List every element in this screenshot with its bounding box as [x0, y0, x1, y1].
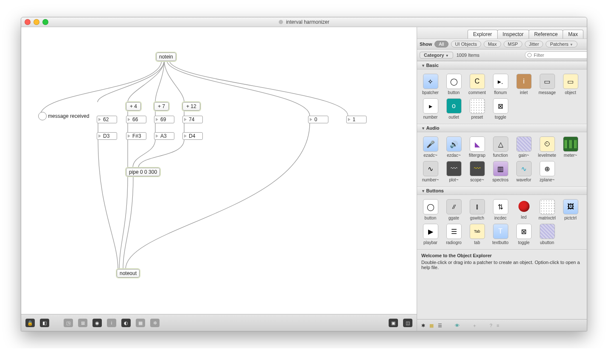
palette-pictctrl[interactable]: 🖼pictctrl: [559, 199, 582, 220]
object-plus7[interactable]: + 7: [154, 102, 169, 111]
grid-snap-icon[interactable]: ⊠: [78, 319, 87, 327]
lock-icon[interactable]: 🔒: [25, 319, 35, 327]
palette-scope[interactable]: 〰scope~: [465, 161, 489, 182]
bang-button[interactable]: [38, 112, 47, 120]
dsp-icon[interactable]: ◐: [121, 319, 131, 327]
tab-icon: Tab: [470, 224, 485, 239]
plus-icon[interactable]: ＋: [472, 322, 477, 329]
palette-label: tab: [466, 240, 488, 245]
newview-icon[interactable]: ◧: [40, 319, 49, 327]
list-view-icon[interactable]: ☰: [438, 323, 442, 328]
show-max[interactable]: Max: [484, 41, 501, 47]
eye-icon[interactable]: 👁: [455, 323, 460, 328]
grid-view-icon[interactable]: ▦: [429, 323, 434, 328]
palette-flonum[interactable]: ▸.flonum: [489, 74, 512, 95]
palette-ezdac[interactable]: 🔊ezdac~: [442, 136, 465, 158]
help-icon[interactable]: ?: [490, 323, 492, 328]
object-noteout[interactable]: noteout: [117, 269, 140, 278]
palette-label: levelmete: [536, 153, 558, 158]
palette-numbertilde[interactable]: ∿number~: [419, 161, 442, 182]
notedisplay-plus4[interactable]: F#3: [126, 132, 146, 140]
palette-message[interactable]: ▭message: [535, 74, 559, 95]
tab-reference[interactable]: Reference: [529, 30, 563, 39]
palette-spectroscope[interactable]: ▥spectros: [489, 161, 512, 182]
palette-outlet[interactable]: ooutlet: [442, 98, 465, 119]
palette-toggle[interactable]: ⊠toggle: [489, 98, 512, 119]
numbox-value: 1: [353, 117, 356, 122]
object-pipe[interactable]: pipe 0 0 300: [126, 168, 160, 176]
palette-levelmeter[interactable]: ⏲levelmete: [535, 136, 559, 158]
numbox-plus12[interactable]: 74: [182, 116, 203, 123]
gear-icon[interactable]: ✱: [421, 323, 425, 328]
palette-function[interactable]: △function: [489, 136, 512, 158]
close-icon[interactable]: [25, 19, 31, 25]
numbox-plus7[interactable]: 69: [154, 116, 174, 123]
menu-icon[interactable]: ≡: [496, 323, 499, 328]
object-notein[interactable]: notein: [156, 53, 176, 61]
numbox-channel[interactable]: 1: [346, 116, 367, 123]
palette-toggle2[interactable]: ⊠toggle: [512, 224, 535, 245]
patcher-canvas[interactable]: notein + 4 + 7 + 12 message received 62 …: [21, 27, 417, 314]
palette-gain[interactable]: gain~: [512, 136, 535, 158]
window-titlebar[interactable]: interval harmonizer: [21, 17, 587, 27]
numbox-root[interactable]: 62: [97, 116, 117, 123]
palette-comment[interactable]: Ccomment: [465, 74, 489, 95]
palette-filtergraph[interactable]: ◣filtergrap: [465, 136, 489, 158]
section-buttons-header[interactable]: Buttons: [417, 186, 587, 195]
show-all[interactable]: All: [434, 41, 448, 47]
palette-gswitch[interactable]: ⫿gswitch: [465, 199, 489, 220]
calendar-icon[interactable]: ▦: [136, 319, 145, 327]
palette-tab[interactable]: Tabtab: [465, 224, 489, 245]
palette-bpatcher[interactable]: ⟡bpatcher: [419, 74, 442, 95]
tab-explorer[interactable]: Explorer: [468, 30, 498, 39]
palette-ubutton[interactable]: ubutton: [535, 224, 559, 245]
numbox-velocity[interactable]: 0: [308, 116, 328, 123]
palette-button2[interactable]: ◯button: [419, 199, 442, 220]
search-input[interactable]: [525, 51, 587, 59]
palette-inlet[interactable]: iinlet: [512, 74, 535, 95]
section-basic-header[interactable]: Basic: [417, 61, 587, 69]
palette-incdec[interactable]: ⇅incdec: [489, 199, 512, 220]
palette-radiogroup[interactable]: ☰radiogro: [442, 224, 465, 245]
inspector-toggle-icon[interactable]: ◉: [92, 319, 102, 327]
minimize-icon[interactable]: [34, 19, 39, 25]
show-ui-objects[interactable]: UI Objects: [451, 41, 481, 47]
object-plus12[interactable]: + 12: [182, 102, 200, 111]
palette-label: filtergrap: [466, 153, 488, 158]
palette-plot[interactable]: 〰plot~: [442, 161, 465, 182]
section-audio-header[interactable]: Audio: [417, 124, 587, 132]
palette-ggate[interactable]: ⫽ggate: [442, 199, 465, 220]
notedisplay-plus12[interactable]: D4: [182, 132, 203, 140]
zoom-icon[interactable]: [42, 19, 48, 25]
palette-textbutton[interactable]: Ttextbutto: [489, 224, 512, 245]
palette-meter[interactable]: ║║║meter~: [559, 136, 582, 158]
palette-waveform[interactable]: ∿wavefor: [512, 161, 535, 182]
presentation-icon[interactable]: ◳: [64, 319, 73, 327]
object-label: + 12: [186, 103, 196, 109]
show-jitter[interactable]: Jitter: [525, 41, 544, 47]
show-patchers[interactable]: Patchers: [546, 41, 577, 47]
tab-max[interactable]: Max: [563, 30, 583, 39]
palette-preset[interactable]: preset: [465, 98, 489, 119]
tab-inspector[interactable]: Inspector: [497, 30, 529, 39]
section-title: Buttons: [426, 188, 444, 193]
palette-button[interactable]: ◯button: [442, 74, 465, 95]
view-single-icon[interactable]: ▣: [389, 319, 398, 327]
object-plus4[interactable]: + 4: [126, 102, 141, 111]
palette-led[interactable]: led: [512, 199, 535, 220]
palette-matrixctrl[interactable]: matrixctrl: [535, 199, 559, 220]
info-icon[interactable]: i: [107, 319, 116, 327]
category-dropdown[interactable]: Category ▼: [420, 52, 453, 58]
palette-number[interactable]: ▸number: [419, 98, 442, 119]
debug-icon[interactable]: ✲: [150, 319, 160, 327]
palette-ezadc[interactable]: 🎤ezadc~: [419, 136, 442, 158]
view-split-icon[interactable]: ◫: [403, 319, 412, 327]
show-msp[interactable]: MSP: [504, 41, 522, 47]
palette-playbar[interactable]: ▶playbar: [419, 224, 442, 245]
palette-label: zplane~: [536, 178, 558, 182]
notedisplay-plus7[interactable]: A3: [154, 132, 174, 140]
palette-zplane[interactable]: ⊕zplane~: [535, 161, 559, 182]
palette-object[interactable]: ▭object: [559, 74, 582, 95]
numbox-plus4[interactable]: 66: [126, 116, 146, 123]
notedisplay-root[interactable]: D3: [97, 132, 117, 140]
